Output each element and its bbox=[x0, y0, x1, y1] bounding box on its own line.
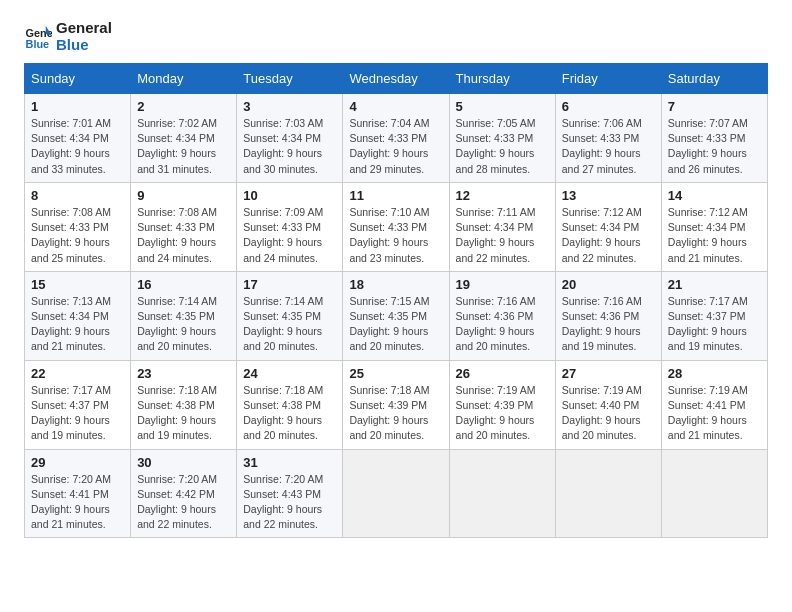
day-number: 11 bbox=[349, 188, 442, 203]
sunset-label: Sunset: 4:34 PM bbox=[31, 310, 109, 322]
day-number: 17 bbox=[243, 277, 336, 292]
sunrise-label: Sunrise: 7:20 AM bbox=[31, 473, 111, 485]
daylight-label: Daylight: 9 hours and 20 minutes. bbox=[349, 325, 428, 352]
sunset-label: Sunset: 4:34 PM bbox=[562, 221, 640, 233]
day-info: Sunrise: 7:11 AM Sunset: 4:34 PM Dayligh… bbox=[456, 205, 549, 266]
daylight-label: Daylight: 9 hours and 31 minutes. bbox=[137, 147, 216, 174]
daylight-label: Daylight: 9 hours and 20 minutes. bbox=[137, 325, 216, 352]
calendar-cell: 15 Sunrise: 7:13 AM Sunset: 4:34 PM Dayl… bbox=[25, 271, 131, 360]
daylight-label: Daylight: 9 hours and 22 minutes. bbox=[137, 503, 216, 530]
calendar-cell: 31 Sunrise: 7:20 AM Sunset: 4:43 PM Dayl… bbox=[237, 449, 343, 538]
day-info: Sunrise: 7:16 AM Sunset: 4:36 PM Dayligh… bbox=[456, 294, 549, 355]
day-number: 9 bbox=[137, 188, 230, 203]
calendar-week-row: 22 Sunrise: 7:17 AM Sunset: 4:37 PM Dayl… bbox=[25, 360, 768, 449]
sunrise-label: Sunrise: 7:15 AM bbox=[349, 295, 429, 307]
weekday-header-row: SundayMondayTuesdayWednesdayThursdayFrid… bbox=[25, 64, 768, 94]
day-info: Sunrise: 7:12 AM Sunset: 4:34 PM Dayligh… bbox=[668, 205, 761, 266]
daylight-label: Daylight: 9 hours and 23 minutes. bbox=[349, 236, 428, 263]
daylight-label: Daylight: 9 hours and 19 minutes. bbox=[562, 325, 641, 352]
calendar-cell: 24 Sunrise: 7:18 AM Sunset: 4:38 PM Dayl… bbox=[237, 360, 343, 449]
sunset-label: Sunset: 4:41 PM bbox=[31, 488, 109, 500]
sunset-label: Sunset: 4:33 PM bbox=[349, 221, 427, 233]
sunrise-label: Sunrise: 7:20 AM bbox=[137, 473, 217, 485]
sunset-label: Sunset: 4:33 PM bbox=[562, 132, 640, 144]
calendar-week-row: 15 Sunrise: 7:13 AM Sunset: 4:34 PM Dayl… bbox=[25, 271, 768, 360]
sunrise-label: Sunrise: 7:19 AM bbox=[456, 384, 536, 396]
day-info: Sunrise: 7:14 AM Sunset: 4:35 PM Dayligh… bbox=[137, 294, 230, 355]
sunset-label: Sunset: 4:33 PM bbox=[668, 132, 746, 144]
sunset-label: Sunset: 4:36 PM bbox=[456, 310, 534, 322]
calendar-cell: 3 Sunrise: 7:03 AM Sunset: 4:34 PM Dayli… bbox=[237, 94, 343, 183]
daylight-label: Daylight: 9 hours and 20 minutes. bbox=[456, 325, 535, 352]
day-number: 23 bbox=[137, 366, 230, 381]
sunrise-label: Sunrise: 7:04 AM bbox=[349, 117, 429, 129]
calendar-cell: 10 Sunrise: 7:09 AM Sunset: 4:33 PM Dayl… bbox=[237, 182, 343, 271]
day-info: Sunrise: 7:17 AM Sunset: 4:37 PM Dayligh… bbox=[668, 294, 761, 355]
day-number: 6 bbox=[562, 99, 655, 114]
daylight-label: Daylight: 9 hours and 20 minutes. bbox=[243, 414, 322, 441]
day-number: 30 bbox=[137, 455, 230, 470]
calendar-cell: 29 Sunrise: 7:20 AM Sunset: 4:41 PM Dayl… bbox=[25, 449, 131, 538]
sunset-label: Sunset: 4:34 PM bbox=[243, 132, 321, 144]
sunrise-label: Sunrise: 7:17 AM bbox=[31, 384, 111, 396]
calendar-cell: 9 Sunrise: 7:08 AM Sunset: 4:33 PM Dayli… bbox=[131, 182, 237, 271]
day-info: Sunrise: 7:14 AM Sunset: 4:35 PM Dayligh… bbox=[243, 294, 336, 355]
day-number: 13 bbox=[562, 188, 655, 203]
svg-text:Blue: Blue bbox=[26, 37, 50, 49]
daylight-label: Daylight: 9 hours and 24 minutes. bbox=[243, 236, 322, 263]
daylight-label: Daylight: 9 hours and 21 minutes. bbox=[668, 236, 747, 263]
sunrise-label: Sunrise: 7:18 AM bbox=[137, 384, 217, 396]
sunset-label: Sunset: 4:33 PM bbox=[31, 221, 109, 233]
daylight-label: Daylight: 9 hours and 26 minutes. bbox=[668, 147, 747, 174]
calendar-week-row: 8 Sunrise: 7:08 AM Sunset: 4:33 PM Dayli… bbox=[25, 182, 768, 271]
weekday-header-sunday: Sunday bbox=[25, 64, 131, 94]
day-info: Sunrise: 7:20 AM Sunset: 4:41 PM Dayligh… bbox=[31, 472, 124, 533]
sunset-label: Sunset: 4:33 PM bbox=[349, 132, 427, 144]
sunset-label: Sunset: 4:34 PM bbox=[668, 221, 746, 233]
calendar-cell: 30 Sunrise: 7:20 AM Sunset: 4:42 PM Dayl… bbox=[131, 449, 237, 538]
sunrise-label: Sunrise: 7:03 AM bbox=[243, 117, 323, 129]
day-info: Sunrise: 7:01 AM Sunset: 4:34 PM Dayligh… bbox=[31, 116, 124, 177]
sunset-label: Sunset: 4:34 PM bbox=[31, 132, 109, 144]
sunrise-label: Sunrise: 7:12 AM bbox=[562, 206, 642, 218]
day-info: Sunrise: 7:12 AM Sunset: 4:34 PM Dayligh… bbox=[562, 205, 655, 266]
calendar-cell: 20 Sunrise: 7:16 AM Sunset: 4:36 PM Dayl… bbox=[555, 271, 661, 360]
daylight-label: Daylight: 9 hours and 30 minutes. bbox=[243, 147, 322, 174]
calendar-cell bbox=[343, 449, 449, 538]
sunrise-label: Sunrise: 7:09 AM bbox=[243, 206, 323, 218]
sunset-label: Sunset: 4:39 PM bbox=[349, 399, 427, 411]
day-info: Sunrise: 7:20 AM Sunset: 4:42 PM Dayligh… bbox=[137, 472, 230, 533]
day-number: 14 bbox=[668, 188, 761, 203]
daylight-label: Daylight: 9 hours and 20 minutes. bbox=[562, 414, 641, 441]
weekday-header-wednesday: Wednesday bbox=[343, 64, 449, 94]
day-number: 29 bbox=[31, 455, 124, 470]
calendar-cell: 25 Sunrise: 7:18 AM Sunset: 4:39 PM Dayl… bbox=[343, 360, 449, 449]
weekday-header-saturday: Saturday bbox=[661, 64, 767, 94]
day-number: 10 bbox=[243, 188, 336, 203]
daylight-label: Daylight: 9 hours and 33 minutes. bbox=[31, 147, 110, 174]
day-info: Sunrise: 7:18 AM Sunset: 4:39 PM Dayligh… bbox=[349, 383, 442, 444]
day-number: 4 bbox=[349, 99, 442, 114]
daylight-label: Daylight: 9 hours and 24 minutes. bbox=[137, 236, 216, 263]
daylight-label: Daylight: 9 hours and 22 minutes. bbox=[243, 503, 322, 530]
sunset-label: Sunset: 4:34 PM bbox=[137, 132, 215, 144]
daylight-label: Daylight: 9 hours and 25 minutes. bbox=[31, 236, 110, 263]
calendar-cell bbox=[661, 449, 767, 538]
day-number: 25 bbox=[349, 366, 442, 381]
logo-line1: General bbox=[56, 20, 112, 37]
calendar-cell: 23 Sunrise: 7:18 AM Sunset: 4:38 PM Dayl… bbox=[131, 360, 237, 449]
sunrise-label: Sunrise: 7:13 AM bbox=[31, 295, 111, 307]
calendar-cell: 12 Sunrise: 7:11 AM Sunset: 4:34 PM Dayl… bbox=[449, 182, 555, 271]
sunset-label: Sunset: 4:33 PM bbox=[137, 221, 215, 233]
day-info: Sunrise: 7:08 AM Sunset: 4:33 PM Dayligh… bbox=[31, 205, 124, 266]
calendar-cell: 28 Sunrise: 7:19 AM Sunset: 4:41 PM Dayl… bbox=[661, 360, 767, 449]
calendar-table: SundayMondayTuesdayWednesdayThursdayFrid… bbox=[24, 63, 768, 538]
daylight-label: Daylight: 9 hours and 21 minutes. bbox=[668, 414, 747, 441]
sunset-label: Sunset: 4:35 PM bbox=[349, 310, 427, 322]
sunset-label: Sunset: 4:33 PM bbox=[243, 221, 321, 233]
calendar-cell: 6 Sunrise: 7:06 AM Sunset: 4:33 PM Dayli… bbox=[555, 94, 661, 183]
day-number: 27 bbox=[562, 366, 655, 381]
sunset-label: Sunset: 4:36 PM bbox=[562, 310, 640, 322]
day-number: 15 bbox=[31, 277, 124, 292]
sunset-label: Sunset: 4:41 PM bbox=[668, 399, 746, 411]
